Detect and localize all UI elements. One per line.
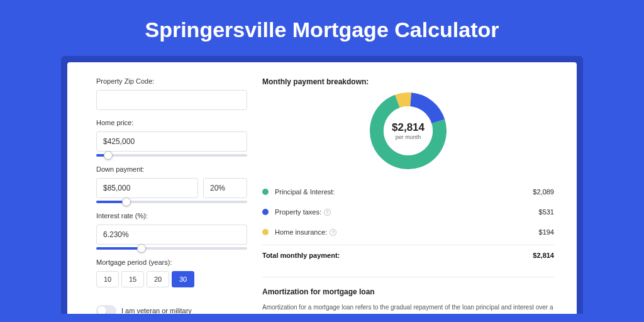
interest-slider[interactable] (96, 247, 247, 250)
slider-thumb[interactable] (137, 244, 146, 253)
breakdown-label: Home insurance:? (275, 228, 539, 236)
breakdown-column: Monthly payment breakdown: $2,814 per mo… (262, 77, 554, 314)
down-payment-percent-input[interactable] (203, 178, 247, 198)
period-button-30[interactable]: 30 (172, 271, 194, 287)
zip-input[interactable] (96, 90, 247, 110)
inputs-column: Property Zip Code: Home price: Down paym… (96, 77, 247, 314)
total-row: Total monthly payment: $2,814 (262, 245, 554, 265)
breakdown-list: Principal & Interest:$2,089Property taxe… (262, 182, 554, 242)
veteran-toggle[interactable] (96, 305, 116, 314)
donut-center-value: $2,814 (392, 121, 425, 134)
slider-thumb[interactable] (104, 151, 113, 160)
donut-center-sub: per month (396, 134, 421, 140)
period-label: Mortgage period (years): (96, 258, 247, 266)
donut-chart: $2,814 per month (370, 92, 447, 169)
breakdown-row: Home insurance:?$194 (262, 222, 554, 242)
breakdown-title: Monthly payment breakdown: (262, 77, 554, 86)
toggle-knob (97, 306, 106, 314)
home-price-input[interactable] (96, 131, 247, 152)
interest-input[interactable] (96, 225, 247, 245)
breakdown-row: Principal & Interest:$2,089 (262, 182, 554, 202)
page-title: Springersville Mortgage Calculator (0, 0, 644, 56)
legend-dot (262, 189, 269, 195)
home-price-slider[interactable] (96, 154, 247, 157)
breakdown-row: Property taxes:?$531 (262, 202, 554, 222)
interest-field-block: Interest rate (%): (96, 212, 247, 250)
breakdown-label: Property taxes:? (275, 208, 539, 216)
calculator-card: Property Zip Code: Home price: Down paym… (67, 62, 577, 314)
total-value: $2,814 (533, 252, 554, 259)
down-payment-label: Down payment: (96, 165, 247, 173)
info-icon[interactable]: ? (324, 209, 331, 216)
zip-field-block: Property Zip Code: (96, 77, 247, 110)
donut-center: $2,814 per month (384, 106, 433, 155)
legend-dot (262, 209, 269, 215)
breakdown-value: $194 (539, 228, 554, 236)
home-price-field-block: Home price: (96, 119, 247, 157)
period-button-10[interactable]: 10 (96, 271, 119, 287)
donut-chart-wrap: $2,814 per month (262, 92, 554, 169)
period-field-block: Mortgage period (years): 10152030 (96, 258, 247, 287)
amortization-body: Amortization for a mortgage loan refers … (262, 303, 554, 314)
legend-dot (262, 229, 269, 235)
zip-label: Property Zip Code: (96, 77, 247, 85)
amortization-title: Amortization for mortgage loan (262, 287, 554, 296)
period-button-group: 10152030 (96, 271, 247, 287)
breakdown-value: $531 (539, 208, 554, 216)
breakdown-value: $2,089 (533, 188, 554, 196)
amortization-section: Amortization for mortgage loan Amortizat… (262, 277, 554, 314)
down-payment-slider[interactable] (96, 201, 247, 203)
slider-thumb[interactable] (122, 197, 131, 206)
period-button-20[interactable]: 20 (147, 271, 169, 287)
card-backdrop: Property Zip Code: Home price: Down paym… (61, 56, 583, 314)
info-icon[interactable]: ? (330, 229, 336, 236)
home-price-label: Home price: (96, 119, 247, 126)
down-payment-amount-input[interactable] (96, 178, 198, 198)
period-button-15[interactable]: 15 (121, 271, 144, 287)
interest-label: Interest rate (%): (96, 212, 247, 219)
total-label: Total monthly payment: (262, 252, 533, 259)
veteran-toggle-row: I am veteran or military (96, 305, 247, 314)
breakdown-label: Principal & Interest: (275, 188, 533, 196)
veteran-label: I am veteran or military (121, 307, 192, 314)
down-payment-field-block: Down payment: (96, 165, 247, 203)
